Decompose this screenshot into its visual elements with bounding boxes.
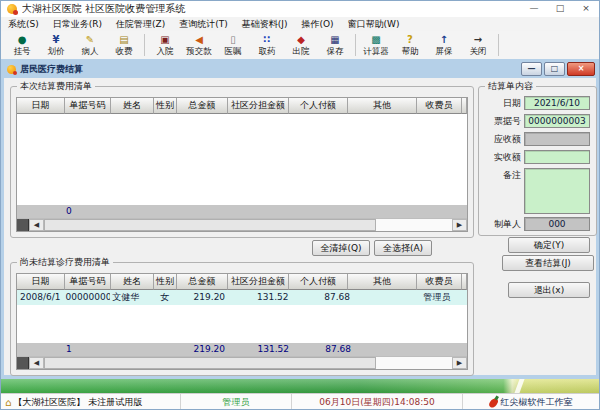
col-community-share[interactable]: 社区分担金额 [228,98,289,114]
close-icon[interactable]: × [573,1,599,17]
menu-query-stats[interactable]: 查询统计(T) [172,18,235,31]
col-filler [462,98,467,114]
child-restore-icon[interactable]: □ [544,62,565,76]
toolbar-screensaver-button[interactable]: ↑ 屏保 [427,33,461,57]
view-settlement-button[interactable]: 查看结算(J) [502,255,594,271]
col-name[interactable]: 姓名 [111,98,154,114]
scroll-right-icon[interactable]: ▶ [452,219,467,231]
col-total[interactable]: 总金额 [177,274,228,290]
col-cashier[interactable]: 收费员 [417,98,462,114]
scroll-grip[interactable] [17,357,29,369]
settled-table: 日期 单据号码 姓名 性别 总金额 社区分担金额 个人付额 其他 收费员 [16,97,468,232]
maximize-icon[interactable]: □ [547,1,573,17]
footer-cell [455,205,467,218]
cell-community-share: 131.52 [229,290,292,305]
col-receipt-no[interactable]: 单据号码 [65,274,111,290]
footer-cell [17,205,64,218]
col-gender[interactable]: 性别 [154,98,177,114]
child-title-bar: 居民医疗费结算 — □ × [4,61,596,77]
scroll-track[interactable] [376,219,452,231]
date-field[interactable]: 2021/6/10 [524,96,590,110]
confirm-button[interactable]: 确定(Y) [508,237,590,253]
select-all-button[interactable]: 全选择(A) [374,240,432,256]
toolbar-label: 屏保 [436,46,453,56]
unsettled-list-title: 尚未结算诊疗费用清单 [17,256,113,269]
unsettled-table-body: 2008/6/1 0000000002 文健华 女 219.20 131.52 … [17,290,467,343]
toolbar-discharge-button[interactable]: ◆ 出院 [284,33,318,57]
menu-operation[interactable]: 操作(O) [294,18,340,31]
toolbar-label: 挂号 [14,46,31,56]
menu-inpatient[interactable]: 住院管理(Z) [109,18,172,31]
scroll-right-icon[interactable]: ▶ [452,357,467,369]
col-total[interactable]: 总金额 [177,98,228,114]
child-minimize-icon[interactable]: — [521,62,542,76]
scroll-grip[interactable] [17,219,29,231]
exit-button[interactable]: 退出(x) [508,282,590,298]
toolbar-label: 入院 [157,46,174,56]
scroll-thumb[interactable] [44,357,376,369]
col-gender[interactable]: 性别 [154,274,177,290]
menu-window-help[interactable]: 窗口帮助(W) [341,18,407,31]
child-close-icon[interactable]: × [567,62,595,76]
toolbar-patient-button[interactable]: ✎ 病人 [73,33,107,57]
menu-system[interactable]: 系统(S) [1,18,46,31]
col-community-share[interactable]: 社区分担金额 [228,274,289,290]
menu-base-data[interactable]: 基础资料(J) [235,18,295,31]
scroll-track[interactable] [376,357,452,369]
settled-table-body[interactable] [17,114,467,205]
cell-date: 2008/6/1 [17,290,64,305]
toolbar-save-button[interactable]: ▦ 保存 [318,33,352,57]
unsettled-hscrollbar[interactable]: ◀ ▶ [17,356,467,369]
scroll-left-icon[interactable]: ◀ [29,219,44,231]
settled-table-header: 日期 单据号码 姓名 性别 总金额 社区分担金额 个人付额 其他 收费员 [17,98,467,114]
toolbar-pricing-button[interactable]: ¥ 划价 [39,33,73,57]
toolbar-fee-button[interactable]: ▤ 收费 [107,33,141,57]
col-other[interactable]: 其他 [348,98,417,114]
close-app-icon: → [461,33,495,46]
remark-field[interactable] [524,168,590,214]
toolbar-help-button[interactable]: ? 帮助 [393,33,427,57]
decor-band [1,379,599,393]
scroll-left-icon[interactable]: ◀ [29,357,44,369]
child-content: 本次结算费用清单 日期 单据号码 姓名 性别 总金额 社区分担金额 个人付额 其… [4,78,596,375]
col-other[interactable]: 其他 [348,274,417,290]
scroll-thumb[interactable] [44,219,376,231]
receipt-no-field[interactable]: 0000000003 [524,114,590,128]
received-field[interactable] [524,150,590,164]
clear-all-button[interactable]: 全清掉(Q) [312,240,370,256]
fee-icon: ▤ [107,33,141,46]
settled-hscrollbar[interactable]: ◀ ▶ [17,218,467,231]
unsettled-table-footer: 1 219.20 131.52 87.68 [17,343,467,356]
cell-total: 219.20 [176,290,230,305]
status-vendor: 红尖椒软件工作室 [463,394,599,410]
col-name[interactable]: 姓名 [111,274,154,290]
menu-daily-business[interactable]: 日常业务(R) [46,18,109,31]
col-personal-pay[interactable]: 个人付额 [289,274,348,290]
toolbar-register-button[interactable]: ● 挂号 [5,33,39,57]
minimize-icon[interactable]: — [521,1,547,17]
toolbar-deposit-button[interactable]: ◀ 预交款 [182,33,216,57]
toolbar-separator [355,34,356,56]
col-date[interactable]: 日期 [17,274,65,290]
admission-icon: ▣ [148,33,182,46]
col-receipt-no[interactable]: 单据号码 [65,98,111,114]
toolbar-label: 病人 [82,46,99,56]
toolbar-admission-button[interactable]: ▣ 入院 [148,33,182,57]
window-title: 大湖社区医院 社区医院收费管理系统 [22,2,521,16]
col-cashier[interactable]: 收费员 [417,274,462,290]
status-hospital: ⌂ 【大湖社区医院】 未注册试用版 [1,394,181,410]
child-window-title: 居民医疗费结算 [20,63,519,76]
main-window: 大湖社区医院 社区医院收费管理系统 — □ × 系统(S) 日常业务(R) 住院… [0,0,600,410]
toolbar-medicine-button[interactable]: ∷ 取药 [250,33,284,57]
cell-other [354,290,421,305]
unsettled-count: 1 [64,343,111,356]
toolbar-close-button[interactable]: → 关闭 [461,33,495,57]
col-date[interactable]: 日期 [17,98,65,114]
mdi-area: 居民医疗费结算 — □ × 本次结算费用清单 日期 单据号码 姓名 性别 总金额… [1,59,599,379]
toolbar-order-button[interactable]: ▯ 医嘱 [216,33,250,57]
toolbar-calculator-button[interactable]: ▩ 计算器 [359,33,393,57]
footer-cell [343,205,411,218]
col-personal-pay[interactable]: 个人付额 [289,98,348,114]
toolbar-label: 保存 [327,46,344,56]
table-row[interactable]: 2008/6/1 0000000002 文健华 女 219.20 131.52 … [17,290,467,305]
